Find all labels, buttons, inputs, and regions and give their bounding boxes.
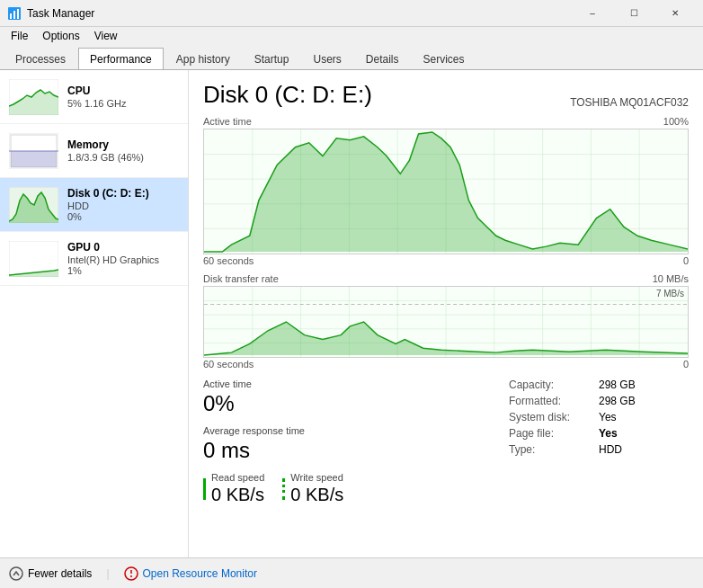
tab-performance[interactable]: Performance bbox=[78, 48, 164, 69]
read-speed-block: Read speed 0 KB/s bbox=[203, 472, 264, 507]
info-page-file: Page file: Yes bbox=[509, 427, 689, 440]
gpu-mini-chart bbox=[9, 241, 58, 277]
chart1-footer-left: 60 seconds bbox=[203, 255, 254, 266]
avg-response-label: Average response time bbox=[203, 425, 491, 436]
bottom-bar: Fewer details | Open Resource Monitor bbox=[0, 557, 703, 588]
sidebar-item-gpu[interactable]: GPU 0 Intel(R) HD Graphics 1% bbox=[0, 232, 188, 286]
menu-options[interactable]: Options bbox=[35, 28, 86, 44]
system-disk-label: System disk: bbox=[509, 411, 599, 423]
close-button[interactable]: ✕ bbox=[654, 0, 696, 27]
title-bar: Task Manager – ☐ ✕ bbox=[0, 0, 703, 27]
menu-file[interactable]: File bbox=[4, 28, 35, 44]
taskmanager-icon bbox=[7, 6, 22, 21]
tab-app-history[interactable]: App history bbox=[165, 48, 242, 69]
cpu-info: CPU 5% 1.16 GHz bbox=[67, 85, 179, 109]
info-capacity: Capacity: 298 GB bbox=[509, 379, 689, 391]
svg-rect-2 bbox=[13, 11, 15, 19]
disk-mini-chart bbox=[9, 187, 58, 223]
active-time-chart bbox=[203, 129, 689, 254]
type-label: Type: bbox=[509, 443, 599, 456]
formatted-label: Formatted: bbox=[509, 395, 599, 407]
gpu-info: GPU 0 Intel(R) HD Graphics 1% bbox=[67, 241, 179, 276]
menu-view[interactable]: View bbox=[87, 28, 125, 44]
formatted-val: 298 GB bbox=[599, 395, 636, 407]
svg-rect-3 bbox=[17, 9, 19, 19]
main-content: CPU 5% 1.16 GHz Memory 1.8/3.9 GB (46%) bbox=[0, 70, 703, 557]
transfer-rate-chart: 7 MB/s bbox=[203, 286, 689, 358]
sidebar: CPU 5% 1.16 GHz Memory 1.8/3.9 GB (46%) bbox=[0, 70, 189, 557]
page-file-label: Page file: bbox=[509, 427, 599, 440]
active-time-value: 0% bbox=[203, 391, 491, 416]
sidebar-item-disk[interactable]: Disk 0 (C: D: E:) HDD 0% bbox=[0, 178, 188, 232]
read-speed-label: Read speed bbox=[211, 472, 264, 483]
sidebar-item-cpu[interactable]: CPU 5% 1.16 GHz bbox=[0, 70, 188, 124]
resource-monitor-icon bbox=[124, 566, 138, 581]
sidebar-item-memory[interactable]: Memory 1.8/3.9 GB (46%) bbox=[0, 124, 188, 178]
disk-val: 0% bbox=[67, 211, 179, 222]
write-speed-block: Write speed 0 KB/s bbox=[282, 472, 343, 507]
tab-bar: Processes Performance App history Startu… bbox=[0, 45, 703, 70]
tab-startup[interactable]: Startup bbox=[243, 48, 301, 69]
open-resource-monitor-button[interactable]: Open Resource Monitor bbox=[124, 566, 257, 581]
write-speed-indicator bbox=[282, 478, 285, 500]
gpu-val: 1% bbox=[67, 265, 179, 276]
active-time-label: Active time bbox=[203, 379, 491, 389]
read-speed-indicator bbox=[203, 478, 206, 500]
detail-title: Disk 0 (C: D: E:) bbox=[203, 81, 372, 109]
write-speed-label: Write speed bbox=[290, 472, 343, 483]
chart2-label: Disk transfer rate bbox=[203, 273, 279, 284]
disk-label: Disk 0 (C: D: E:) bbox=[67, 187, 179, 200]
stat-col-1: Active time 0% Average response time 0 m… bbox=[203, 379, 491, 507]
chart1-footer-right: 0 bbox=[683, 255, 689, 266]
cpu-label: CPU bbox=[67, 85, 179, 97]
disk-type: HDD bbox=[67, 200, 179, 211]
transfer-rate-chart-section: Disk transfer rate 10 MB/s 7 MB/s bbox=[203, 273, 689, 370]
open-resource-label: Open Resource Monitor bbox=[143, 567, 257, 580]
chart2-max2: 7 MB/s bbox=[656, 289, 684, 298]
minimize-button[interactable]: – bbox=[572, 0, 613, 27]
bottom-separator: | bbox=[106, 567, 109, 580]
fewer-details-label: Fewer details bbox=[28, 567, 92, 580]
active-time-chart-section: Active time 100% bbox=[203, 116, 689, 266]
memory-mini-chart bbox=[9, 133, 58, 169]
capacity-val: 298 GB bbox=[599, 379, 636, 391]
up-arrow-icon bbox=[9, 566, 23, 581]
gpu-label: GPU 0 bbox=[67, 241, 179, 254]
svg-point-43 bbox=[10, 567, 22, 580]
chart1-footer: 60 seconds 0 bbox=[203, 255, 689, 266]
tab-users[interactable]: Users bbox=[301, 48, 352, 69]
detail-header: Disk 0 (C: D: E:) TOSHIBA MQ01ACF032 bbox=[203, 81, 689, 109]
chart2-footer: 60 seconds 0 bbox=[203, 359, 689, 370]
svg-marker-27 bbox=[204, 132, 688, 252]
tab-services[interactable]: Services bbox=[412, 48, 476, 69]
chart1-label: Active time bbox=[203, 116, 252, 127]
chart1-label-row: Active time 100% bbox=[203, 116, 689, 127]
system-disk-val: Yes bbox=[599, 411, 617, 423]
window-controls: – ☐ ✕ bbox=[572, 0, 696, 27]
detail-model: TOSHIBA MQ01ACF032 bbox=[570, 96, 689, 109]
maximize-button[interactable]: ☐ bbox=[613, 0, 654, 27]
gpu-model: Intel(R) HD Graphics bbox=[67, 254, 179, 265]
fewer-details-button[interactable]: Fewer details bbox=[9, 566, 92, 581]
chart1-max: 100% bbox=[663, 116, 689, 127]
chart2-footer-right: 0 bbox=[683, 359, 689, 370]
type-val: HDD bbox=[599, 443, 622, 456]
svg-point-46 bbox=[130, 575, 132, 577]
info-system-disk: System disk: Yes bbox=[509, 411, 689, 423]
info-formatted: Formatted: 298 GB bbox=[509, 395, 689, 407]
capacity-label: Capacity: bbox=[509, 379, 599, 391]
menu-bar: File Options View bbox=[0, 27, 703, 45]
tab-processes[interactable]: Processes bbox=[4, 48, 77, 69]
chart2-footer-left: 60 seconds bbox=[203, 359, 254, 370]
tab-details[interactable]: Details bbox=[354, 48, 411, 69]
read-speed-value: 0 KB/s bbox=[211, 485, 264, 505]
write-speed-value: 0 KB/s bbox=[290, 485, 343, 505]
memory-info: Memory 1.8/3.9 GB (46%) bbox=[67, 138, 179, 163]
detail-panel: Disk 0 (C: D: E:) TOSHIBA MQ01ACF032 Act… bbox=[189, 70, 703, 557]
cpu-mini-chart bbox=[9, 79, 58, 115]
svg-rect-8 bbox=[11, 151, 57, 167]
svg-rect-1 bbox=[10, 13, 12, 19]
avg-response-stat: Average response time 0 ms bbox=[203, 425, 491, 463]
stats-grid: Active time 0% Average response time 0 m… bbox=[203, 379, 689, 507]
memory-stats: 1.8/3.9 GB (46%) bbox=[67, 152, 179, 163]
